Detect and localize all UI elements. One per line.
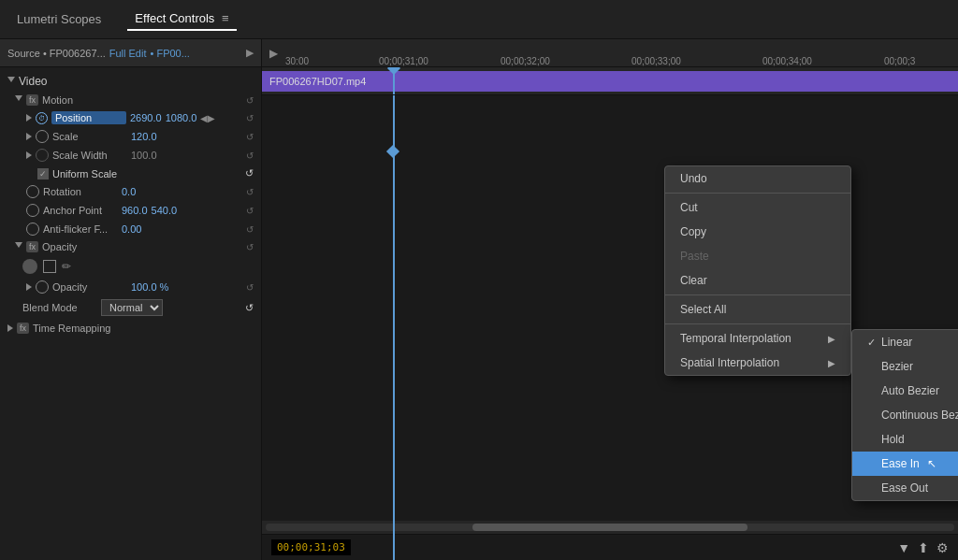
context-menu-spatial[interactable]: Spatial Interpolation ▶ [665, 351, 850, 375]
cursor-icon: ↖ [927, 457, 936, 470]
keyframe-diamond[interactable] [386, 145, 399, 158]
rotation-row[interactable]: Rotation 0.0 ↺ [0, 182, 261, 201]
scrollbar-area [262, 521, 958, 534]
ruler-mark-4: 00;00;34;00 [762, 56, 812, 66]
anchor-point-row[interactable]: Anchor Point 960.0 540.0 ↺ [0, 201, 261, 220]
position-x-value[interactable]: 2690.0 [130, 112, 162, 123]
scale-width-value: 100.0 [131, 150, 157, 161]
linear-check: ✓ [867, 337, 876, 349]
time-display[interactable]: 00;00;31;03 [271, 539, 351, 555]
anchor-stopwatch-icon[interactable] [26, 204, 39, 217]
time-remap-fx-badge: fx [17, 323, 29, 334]
anchor-label: Anchor Point [43, 205, 118, 216]
submenu-ease-out[interactable]: ✓ Ease Out [852, 476, 958, 500]
opacity-section-row[interactable]: fx Opacity ↺ [0, 238, 261, 255]
ruler-mark-3: 00;00;33;00 [631, 56, 681, 66]
submenu-ease-in[interactable]: ✓ Ease In ↖ [852, 452, 958, 476]
submenu-linear[interactable]: ✓ Linear [852, 330, 958, 354]
position-stopwatch-icon[interactable]: ⏱ [36, 112, 48, 124]
motion-reset-icon[interactable]: ↺ [246, 95, 254, 106]
anti-flicker-row[interactable]: Anti-flicker F... 0.00 ↺ [0, 220, 261, 238]
blend-mode-label: Blend Mode [22, 302, 97, 313]
top-bar: Lumetri Scopes Effect Controls ≡ [0, 0, 958, 39]
submenu-auto-bezier[interactable]: ✓ Auto Bezier [852, 379, 958, 403]
opacity-value[interactable]: 100.0 % [131, 281, 168, 293]
anchor-y-value[interactable]: 540.0 [152, 205, 178, 216]
uniform-scale-checkbox[interactable]: ✓ [37, 168, 49, 179]
tab-effect-controls[interactable]: Effect Controls ≡ [127, 7, 236, 31]
full-edit-link[interactable]: Full Edit [109, 48, 147, 59]
export-icon[interactable]: ⬆ [918, 540, 929, 555]
clip-area: FP006267HD07.mp4 [262, 67, 958, 95]
submenu-bezier[interactable]: ✓ Bezier [852, 354, 958, 379]
submenu-hold[interactable]: ✓ Hold [852, 427, 958, 452]
scale-value[interactable]: 120.0 [131, 131, 157, 142]
opacity-fx-badge: fx [26, 241, 38, 252]
uniform-scale-reset-icon[interactable]: ↺ [245, 167, 254, 179]
ruler-scroll-left[interactable]: ▶ [269, 47, 278, 60]
time-remapping-row[interactable]: fx Time Remapping [0, 319, 261, 337]
scale-width-reset-icon[interactable]: ↺ [246, 151, 254, 161]
video-section-header: Video [0, 71, 261, 92]
opacity-section-reset-icon[interactable]: ↺ [246, 242, 254, 252]
anchor-x-value[interactable]: 960.0 [122, 205, 148, 216]
opacity-stopwatch-icon[interactable] [36, 280, 49, 294]
context-menu-sep-1 [665, 193, 850, 194]
opacity-value-row[interactable]: Opacity 100.0 % ↺ [0, 278, 261, 296]
position-label: Position [51, 111, 126, 124]
blend-mode-row: Blend Mode Normal ↺ [0, 296, 261, 319]
settings-icon[interactable]: ⚙ [936, 540, 949, 555]
position-y-value[interactable]: 1080.0 [166, 112, 197, 123]
submenu-continuous-bezier[interactable]: ✓ Continuous Bezier [852, 403, 958, 427]
motion-label: Motion [42, 94, 117, 106]
blend-mode-reset-icon[interactable]: ↺ [245, 302, 254, 314]
opacity-reset-icon[interactable]: ↺ [246, 282, 254, 293]
anchor-reset-icon[interactable]: ↺ [246, 206, 254, 216]
bottom-bar: 00;00;31;03 ▼ ⬆ ⚙ [262, 534, 958, 560]
scale-label: Scale [52, 131, 127, 142]
right-panel: ▶ 30:00 00;00;31;00 00;00;32;00 00;00;33… [262, 39, 958, 560]
video-chevron-icon [7, 77, 15, 86]
blend-mode-dropdown[interactable]: Normal [101, 299, 163, 316]
context-menu-clear[interactable]: Clear [665, 268, 850, 293]
scrollbar-thumb[interactable] [472, 524, 748, 531]
context-menu-undo[interactable]: Undo [665, 166, 850, 191]
clip-label: • FP00... [151, 48, 190, 59]
motion-row[interactable]: fx Motion ↺ [0, 92, 261, 108]
context-menu-select-all[interactable]: Select All [665, 297, 850, 322]
spatial-submenu-arrow: ▶ [828, 358, 835, 368]
scale-width-expand-icon [26, 151, 32, 159]
context-menu-temporal[interactable]: Temporal Interpolation ▶ [665, 326, 850, 351]
context-menu-cut[interactable]: Cut [665, 195, 850, 220]
position-row[interactable]: ⏱ Position 2690.0 1080.0 ◀▶ ↺ [0, 108, 261, 127]
rotation-reset-icon[interactable]: ↺ [246, 187, 254, 197]
context-menu-copy[interactable]: Copy [665, 220, 850, 244]
temporal-submenu: ✓ Linear ✓ Bezier ✓ Auto Bezier ✓ Contin… [851, 329, 958, 501]
timeline-ruler: ▶ 30:00 00;00;31;00 00;00;32;00 00;00;33… [262, 39, 958, 67]
anti-flicker-value[interactable]: 0.00 [122, 223, 141, 235]
opacity-pen-icon[interactable]: ✏ [62, 260, 71, 273]
anti-flicker-reset-icon[interactable]: ↺ [246, 224, 254, 235]
anti-flicker-stopwatch-icon[interactable] [26, 223, 39, 236]
tab-lumetri-scopes[interactable]: Lumetri Scopes [9, 8, 109, 30]
filter-icon[interactable]: ▼ [897, 540, 910, 555]
scale-stopwatch-icon[interactable] [36, 130, 49, 143]
rotation-stopwatch-icon[interactable] [26, 185, 39, 198]
position-reset-icon[interactable]: ↺ [246, 113, 254, 123]
context-menu-sep-3 [665, 323, 850, 324]
uniform-scale-label: Uniform Scale [52, 168, 117, 179]
opacity-label: Opacity [52, 281, 127, 293]
scale-row[interactable]: Scale 120.0 ↺ [0, 127, 261, 146]
rotation-value[interactable]: 0.0 [122, 186, 136, 197]
ruler-marks: 30:00 00;00;31;00 00;00;32;00 00;00;33;0… [285, 39, 951, 66]
uniform-scale-row[interactable]: ✓ Uniform Scale ↺ [0, 165, 261, 182]
position-expand-icon [26, 114, 32, 122]
opacity-expand-icon [26, 283, 32, 291]
scale-reset-icon[interactable]: ↺ [246, 132, 254, 142]
playhead-clip[interactable] [393, 67, 395, 94]
scale-width-row[interactable]: Scale Width 100.0 ↺ [0, 146, 261, 165]
bottom-icons: ▼ ⬆ ⚙ [897, 540, 949, 555]
rotation-label: Rotation [43, 186, 118, 197]
tab-menu-icon: ≡ [222, 11, 229, 25]
properties-panel: Video fx Motion ↺ ⏱ Position 2690.0 1080… [0, 67, 261, 341]
